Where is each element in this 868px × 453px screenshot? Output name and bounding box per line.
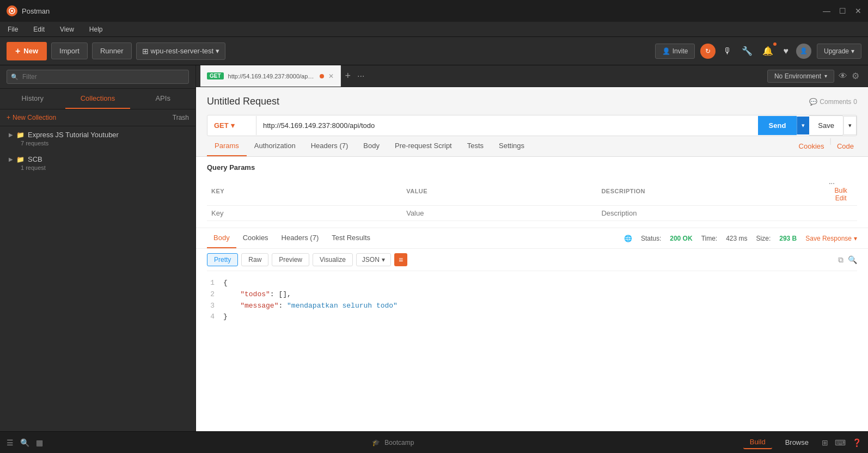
menu-edit[interactable]: Edit <box>30 25 48 34</box>
send-dropdown-button[interactable]: ▾ <box>797 117 809 134</box>
resp-tab-body[interactable]: Body <box>207 228 236 248</box>
new-label: New <box>23 47 38 55</box>
collection-name-0: ▶ 📁 Express JS Tutorial Youtuber <box>9 131 189 139</box>
sidebar-toggle-icon[interactable]: ☰ <box>7 438 14 447</box>
save-button[interactable]: Save <box>809 115 843 136</box>
collection-item-1[interactable]: ▶ 📁 SCB 1 request <box>0 151 195 175</box>
new-button[interactable]: + New <box>7 42 47 60</box>
tab-apis[interactable]: APIs <box>130 89 195 109</box>
invite-button[interactable]: 👤 Invite <box>655 44 695 59</box>
heart-button[interactable]: ♥ <box>781 44 791 58</box>
keyboard-icon[interactable]: ⌨ <box>835 438 846 447</box>
eye-icon[interactable]: 👁 <box>839 71 847 81</box>
build-button[interactable]: Build <box>743 436 772 449</box>
wrench-button[interactable]: 🔧 <box>739 44 755 58</box>
browse-button[interactable]: Browse <box>779 436 815 449</box>
sidebar: 🔍 History Collections APIs + New Collect… <box>0 65 196 431</box>
close-button[interactable]: ✕ <box>855 7 861 15</box>
resp-visualize-button[interactable]: Visualize <box>313 253 353 266</box>
value-input[interactable] <box>406 209 592 217</box>
request-bar: GET ▾ Send ▾ Save ▾ <box>207 115 857 136</box>
sidebar-actions: + New Collection Trash <box>0 109 195 126</box>
app-title: Postman <box>22 7 818 15</box>
collection-item-0[interactable]: ▶ 📁 Express JS Tutorial Youtuber 7 reque… <box>0 126 195 151</box>
sidebar-tabs: History Collections APIs <box>0 89 195 109</box>
bootcamp-label[interactable]: Bootcamp <box>384 439 414 446</box>
save-dropdown-button[interactable]: ▾ <box>843 116 857 135</box>
req-tab-body[interactable]: Body <box>356 136 387 156</box>
window-controls[interactable]: — ☐ ✕ <box>823 7 861 15</box>
format-selector[interactable]: JSON ▾ <box>356 253 391 266</box>
new-collection-button[interactable]: + New Collection <box>7 114 56 121</box>
console-icon[interactable]: ▦ <box>36 438 43 447</box>
layout-icon[interactable]: ⊞ <box>822 438 828 447</box>
collection-name-1: ▶ 📁 SCB <box>9 155 189 163</box>
req-tab-params[interactable]: Params <box>207 136 247 156</box>
save-response-button[interactable]: Save Response ▾ <box>805 235 857 242</box>
tab-history[interactable]: History <box>0 89 65 109</box>
sync-button[interactable]: ↻ <box>700 44 716 59</box>
chevron-icon: ▶ <box>9 156 13 162</box>
globe-icon[interactable]: 🌐 <box>624 235 632 242</box>
response-code: 1 { 2 "todos": [], 3 "message": "mendapa… <box>207 271 857 329</box>
copy-icon[interactable]: ⧉ <box>838 255 843 265</box>
import-button[interactable]: Import <box>51 42 88 59</box>
url-input[interactable] <box>256 116 758 135</box>
wrap-button[interactable]: ≡ <box>394 253 407 266</box>
minimize-button[interactable]: — <box>823 7 830 15</box>
more-tabs-button[interactable]: ··· <box>355 71 366 81</box>
add-tab-button[interactable]: + <box>341 70 356 82</box>
close-tab-icon[interactable]: ✕ <box>328 72 334 80</box>
req-tab-headers[interactable]: Headers (7) <box>303 136 356 156</box>
resp-tab-headers[interactable]: Headers (7) <box>275 228 326 248</box>
comments-count: 0 <box>853 98 857 106</box>
workspace-switcher-button[interactable]: ⊞ wpu-rest-server-test ▾ <box>136 42 226 60</box>
key-input[interactable] <box>211 209 398 217</box>
help-icon[interactable]: ❓ <box>852 438 861 447</box>
resp-preview-button[interactable]: Preview <box>272 253 309 266</box>
resp-tab-testresults[interactable]: Test Results <box>325 228 377 248</box>
comments-button[interactable]: 💬 Comments 0 <box>809 98 857 106</box>
search-response-icon[interactable]: 🔍 <box>848 255 857 265</box>
request-tab-active[interactable]: GET http://54.169.149.237:8000/api/... ✕ <box>200 65 341 87</box>
code-link[interactable]: Code <box>834 137 857 156</box>
menu-view[interactable]: View <box>57 25 77 34</box>
description-input[interactable] <box>601 209 820 217</box>
chevron-icon: ▶ <box>9 132 13 138</box>
maximize-button[interactable]: ☐ <box>839 7 846 15</box>
code-line-1: 1 { <box>207 278 857 289</box>
avatar[interactable]: 👤 <box>796 44 811 59</box>
settings-icon[interactable]: ⚙ <box>852 71 859 81</box>
method-badge-small: GET <box>207 72 224 79</box>
tab-collections[interactable]: Collections <box>65 89 131 109</box>
json-key-2: "message" <box>240 302 278 310</box>
resp-tab-cookies[interactable]: Cookies <box>236 228 275 248</box>
environment-selector[interactable]: No Environment ▾ <box>767 70 834 83</box>
bulk-edit-button[interactable]: Bulk Edit <box>829 187 853 202</box>
req-tab-settings[interactable]: Settings <box>491 136 532 156</box>
resp-pretty-button[interactable]: Pretty <box>207 253 238 266</box>
notification-button[interactable]: 🔔 <box>760 44 775 58</box>
req-tab-prerequest[interactable]: Pre-request Script <box>387 136 460 156</box>
req-tab-authorization[interactable]: Authorization <box>247 136 303 156</box>
upgrade-button[interactable]: Upgrade ▾ <box>817 44 861 59</box>
send-button[interactable]: Send <box>758 116 797 135</box>
key-column-header: KEY <box>207 177 402 206</box>
menu-help[interactable]: Help <box>86 25 106 34</box>
grid-icon: ⊞ <box>142 47 149 56</box>
menu-file[interactable]: File <box>4 25 21 34</box>
req-tab-tests[interactable]: Tests <box>460 136 491 156</box>
params-more-icon[interactable]: ··· <box>829 180 835 187</box>
sidebar-search-wrapper: 🔍 <box>0 65 195 89</box>
cookies-link[interactable]: Cookies <box>796 137 828 156</box>
method-selector[interactable]: GET ▾ <box>207 116 256 135</box>
resp-raw-button[interactable]: Raw <box>241 253 268 266</box>
search-input[interactable] <box>7 70 189 84</box>
mic-button[interactable]: 🎙 <box>721 44 734 58</box>
trash-button[interactable]: Trash <box>173 114 189 121</box>
runner-button[interactable]: Runner <box>92 42 132 59</box>
search-bottom-icon[interactable]: 🔍 <box>20 438 29 447</box>
env-chevron-icon: ▾ <box>824 73 827 79</box>
folder-icon: 📁 <box>16 131 25 139</box>
search-icon: 🔍 <box>11 74 19 81</box>
